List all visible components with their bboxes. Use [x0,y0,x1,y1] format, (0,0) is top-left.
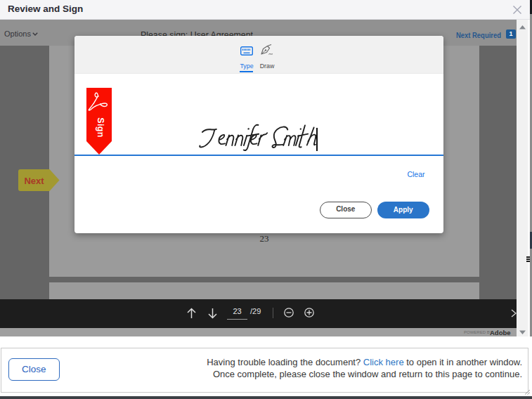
svg-text:Next: Next [24,176,44,186]
svg-text:Sign: Sign [96,117,105,138]
